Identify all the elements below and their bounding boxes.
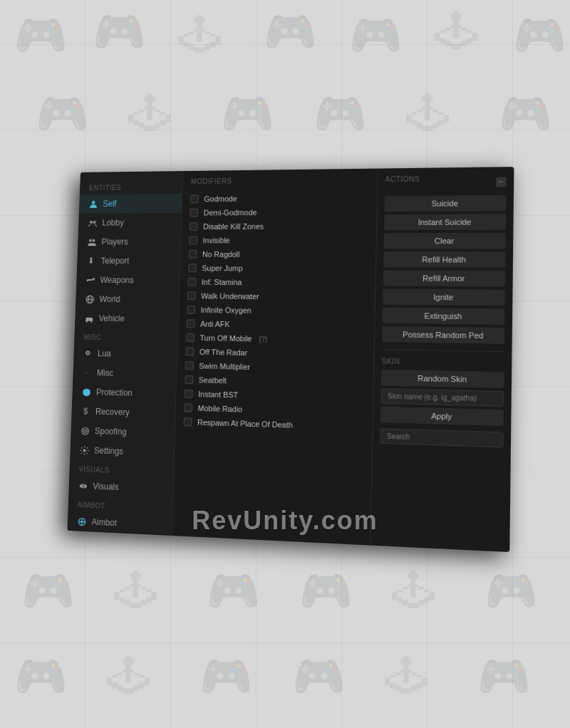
sidebar-item-recovery[interactable]: $ Recovery: [71, 401, 175, 423]
svg-point-11: [90, 321, 92, 322]
sidebar-item-teleport[interactable]: ⬇ Teleport: [77, 251, 180, 271]
sidebar-item-self[interactable]: Self: [79, 194, 182, 214]
settings-icon: [79, 445, 89, 455]
sidebar-item-lobby-label: Lobby: [102, 218, 124, 227]
modifier-no-ragdoll-label: No Ragdoll: [202, 250, 240, 259]
sidebar-item-players-label: Players: [101, 237, 128, 246]
modifier-super-jump-label: Super Jump: [202, 264, 243, 273]
sidebar-item-misc[interactable]: ··· Misc: [73, 363, 177, 384]
modifier-walk-underwater[interactable]: Walk Underwater: [187, 288, 366, 304]
checkbox-invisible[interactable]: [189, 236, 197, 245]
checkbox-infinite-oxygen[interactable]: [187, 306, 195, 314]
checkbox-seatbelt[interactable]: [185, 375, 193, 384]
checkbox-instant-bst[interactable]: [185, 390, 193, 398]
bg-icon-17: 🎮: [299, 570, 353, 613]
teleport-icon: ⬇: [86, 256, 95, 266]
search-input[interactable]: [380, 428, 503, 447]
sidebar-item-aimbot-label: Aimbot: [91, 517, 117, 528]
svg-point-22: [81, 520, 83, 522]
extinguish-button[interactable]: Extinguish: [383, 308, 505, 325]
actions-column: Actions Suicide Instant Suicide Clear Re…: [370, 167, 514, 552]
bg-icon-8: 🎮: [36, 93, 89, 135]
svg-point-2: [93, 220, 95, 223]
checkbox-anti-afk[interactable]: [187, 319, 195, 328]
sidebar-item-vehicle-label: Vehicle: [98, 313, 125, 323]
checkbox-no-ragdoll[interactable]: [189, 250, 197, 259]
world-icon: [85, 294, 94, 304]
svg-rect-5: [87, 280, 88, 281]
bg-icon-24: 🕹: [385, 655, 428, 698]
bg-icon-16: 🎮: [207, 570, 260, 613]
modifier-demi-godmode[interactable]: Demi-Godmode: [190, 204, 368, 219]
sidebar-item-lua-label: Lua: [98, 348, 111, 358]
bg-icon-21: 🕹: [107, 655, 150, 698]
sidebar-item-self-label: Self: [103, 199, 117, 208]
bg-icon-20: 🎮: [14, 655, 68, 698]
bg-icon-4: 🎮: [264, 11, 317, 53]
lobby-icon: [88, 218, 97, 227]
modifier-inf-stamina-label: Inf. Stamina: [202, 278, 242, 286]
actions-divider: [382, 349, 504, 352]
checkbox-godmode[interactable]: [190, 195, 199, 204]
sidebar-item-players[interactable]: Players: [78, 232, 181, 251]
modifier-turn-off-mobile-badge: (?): [259, 335, 267, 343]
refill-armor-button[interactable]: Refill Armor: [383, 270, 506, 286]
modifier-seatbelt-label: Seatbelt: [199, 375, 227, 385]
recovery-icon: $: [81, 406, 90, 416]
checkbox-respawn[interactable]: [184, 417, 192, 426]
bg-icon-15: 🕹: [114, 570, 157, 613]
skin-name-input[interactable]: [380, 388, 504, 407]
checkbox-inf-stamina[interactable]: [188, 278, 197, 286]
checkbox-disable-kill-zones[interactable]: [190, 222, 198, 231]
suicide-button[interactable]: Suicide: [385, 195, 507, 212]
checkbox-mobile-radio[interactable]: [184, 403, 192, 412]
minimize-button[interactable]: [496, 177, 507, 187]
sidebar-item-protection-label: Protection: [96, 388, 133, 398]
modifier-invisible[interactable]: Invisible: [189, 233, 368, 247]
players-icon: [87, 237, 96, 246]
modifier-no-ragdoll[interactable]: No Ragdoll: [189, 247, 368, 261]
modifier-disable-kill-zones[interactable]: Disable Kill Zones: [190, 219, 368, 234]
actions-header-label: Actions: [385, 175, 420, 184]
random-skin-button[interactable]: Random Skin: [381, 370, 504, 388]
apply-button[interactable]: Apply: [380, 407, 504, 426]
content-inner: Modifiers Godmode Demi-Godmode Disable K…: [172, 167, 514, 552]
aimbot-icon: [77, 516, 87, 526]
modifier-godmode[interactable]: Godmode: [190, 190, 368, 206]
modifier-inf-stamina[interactable]: Inf. Stamina: [187, 275, 366, 290]
sidebar-item-world-label: World: [99, 294, 120, 304]
modifier-invisible-label: Invisible: [202, 236, 230, 245]
sidebar-item-aimbot[interactable]: Aimbot: [67, 511, 172, 536]
checkbox-off-the-radar[interactable]: [186, 348, 195, 356]
refill-health-button[interactable]: Refill Health: [383, 251, 505, 268]
ignite-button[interactable]: Ignite: [383, 288, 505, 306]
modifier-infinite-oxygen-label: Infinite Oxygen: [201, 306, 252, 315]
instant-suicide-button[interactable]: Instant Suicide: [384, 214, 506, 230]
bg-icon-23: 🎮: [292, 655, 346, 698]
modifier-super-jump[interactable]: Super Jump: [188, 261, 367, 276]
protection-icon: [81, 387, 90, 397]
checkbox-super-jump[interactable]: [188, 264, 197, 272]
bg-icon-9: 🕹: [128, 93, 171, 135]
checkbox-walk-underwater[interactable]: [187, 291, 196, 300]
clear-button[interactable]: Clear: [384, 233, 506, 249]
modifiers-header: Modifiers: [191, 176, 369, 185]
panel-wrapper: Entities Self: [67, 167, 514, 552]
bg-icon-11: 🎮: [314, 93, 367, 135]
sidebar-item-misc-label: Misc: [97, 368, 114, 378]
modifier-respawn-label: Respawn At Place Of Death: [197, 418, 293, 430]
sidebar-item-lua[interactable]: ⚙ Lua: [73, 343, 177, 365]
sidebar-item-world[interactable]: World: [76, 289, 179, 309]
sidebar-item-lobby[interactable]: Lobby: [78, 213, 181, 232]
sidebar-item-spoofing-label: Spoofing: [95, 426, 127, 437]
checkbox-demi-godmode[interactable]: [190, 209, 198, 217]
possess-random-ped-button[interactable]: Possess Random Ped: [382, 326, 504, 344]
sidebar-item-protection[interactable]: Protection: [72, 382, 176, 404]
checkbox-turn-off-mobile[interactable]: [186, 333, 195, 342]
sidebar-item-vehicle[interactable]: Vehicle: [75, 308, 178, 329]
visuals-icon: [78, 481, 88, 491]
checkbox-swim-multiplier[interactable]: [185, 361, 194, 370]
sidebar-item-settings-label: Settings: [94, 446, 123, 457]
sidebar-item-weapons[interactable]: Weapons: [76, 271, 180, 291]
modifier-instant-bst-label: Instant BST: [198, 390, 238, 399]
